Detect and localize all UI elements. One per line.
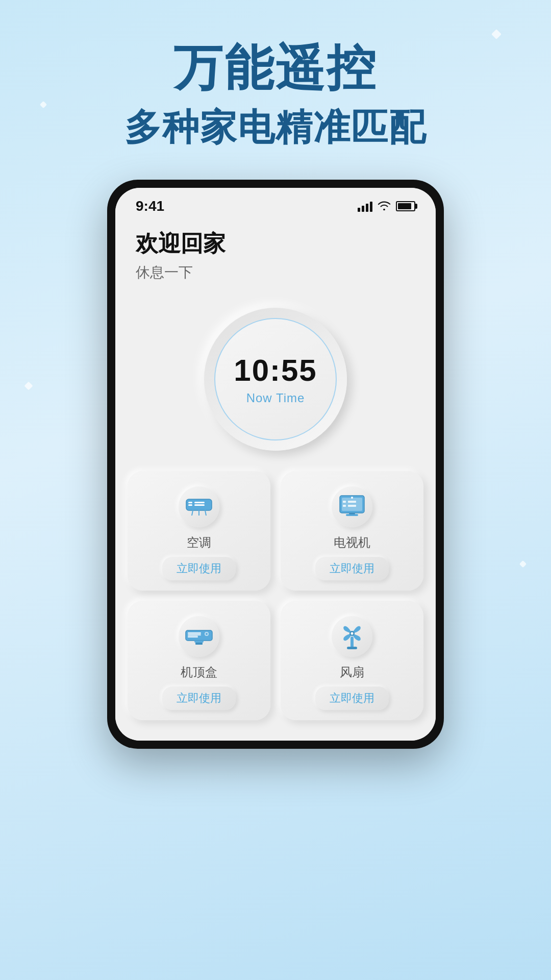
svg-rect-2 bbox=[188, 504, 192, 506]
svg-rect-4 bbox=[194, 504, 205, 506]
tv-icon bbox=[338, 495, 366, 519]
phone-frame: 9:41 bbox=[107, 180, 444, 749]
battery-icon bbox=[396, 201, 415, 211]
wifi-icon bbox=[378, 201, 391, 211]
svg-point-21 bbox=[206, 633, 208, 635]
stb-icon bbox=[184, 627, 214, 646]
clock-label: Now Time bbox=[246, 391, 305, 405]
tv-icon-wrap bbox=[332, 486, 372, 527]
svg-rect-30 bbox=[347, 647, 357, 649]
stb-icon-wrap bbox=[179, 616, 219, 657]
svg-rect-14 bbox=[348, 501, 356, 503]
svg-line-5 bbox=[192, 510, 193, 516]
svg-rect-29 bbox=[350, 636, 354, 648]
svg-rect-15 bbox=[343, 505, 346, 507]
status-icons bbox=[358, 201, 415, 212]
device-card-fan[interactable]: 风扇 立即使用 bbox=[281, 601, 423, 720]
header-title-line1: 万能遥控 bbox=[124, 41, 427, 95]
device-card-stb[interactable]: 机顶盒 立即使用 bbox=[128, 601, 270, 720]
header-title-line2: 多种家电精准匹配 bbox=[124, 105, 427, 149]
svg-point-10 bbox=[351, 497, 353, 499]
welcome-title: 欢迎回家 bbox=[136, 229, 415, 259]
sparkle-1 bbox=[491, 29, 502, 39]
svg-rect-13 bbox=[343, 501, 346, 503]
ac-icon bbox=[185, 498, 213, 516]
stb-name: 机顶盒 bbox=[181, 664, 217, 680]
clock-section: 10:55 Now Time bbox=[115, 298, 436, 466]
signal-icon bbox=[358, 201, 372, 212]
clock-outer: 10:55 Now Time bbox=[204, 308, 347, 451]
svg-rect-26 bbox=[188, 636, 198, 638]
tv-name: 电视机 bbox=[334, 534, 370, 551]
ac-name: 空调 bbox=[187, 534, 211, 551]
tv-use-button[interactable]: 立即使用 bbox=[315, 557, 389, 580]
status-bar: 9:41 bbox=[115, 188, 436, 218]
svg-rect-25 bbox=[188, 634, 201, 635]
svg-rect-16 bbox=[348, 505, 356, 507]
clock-time: 10:55 bbox=[234, 353, 317, 388]
app-content: 欢迎回家 休息一下 bbox=[115, 218, 436, 282]
ac-icon-wrap bbox=[179, 486, 219, 527]
svg-point-28 bbox=[351, 632, 354, 634]
svg-line-7 bbox=[205, 510, 206, 516]
svg-rect-1 bbox=[188, 502, 192, 503]
phone-screen: 9:41 bbox=[115, 188, 436, 741]
device-card-tv[interactable]: 电视机 立即使用 bbox=[281, 471, 423, 591]
header-section: 万能遥控 多种家电精准匹配 bbox=[124, 41, 427, 149]
sparkle-3 bbox=[24, 382, 33, 390]
background: 万能遥控 多种家电精准匹配 9:41 bbox=[0, 0, 551, 980]
svg-rect-22 bbox=[194, 641, 204, 643]
sparkle-4 bbox=[519, 560, 527, 568]
ac-use-button[interactable]: 立即使用 bbox=[162, 557, 236, 580]
fan-use-button[interactable]: 立即使用 bbox=[315, 687, 389, 710]
device-grid: 空调 立即使用 bbox=[115, 466, 436, 741]
sparkle-2 bbox=[40, 101, 47, 108]
fan-icon-wrap bbox=[332, 616, 372, 657]
svg-rect-3 bbox=[194, 502, 205, 503]
svg-rect-23 bbox=[195, 643, 203, 645]
device-card-ac[interactable]: 空调 立即使用 bbox=[128, 471, 270, 591]
welcome-subtitle: 休息一下 bbox=[136, 263, 415, 282]
svg-rect-24 bbox=[188, 632, 201, 633]
fan-icon bbox=[339, 622, 365, 651]
status-time: 9:41 bbox=[136, 198, 164, 214]
fan-name: 风扇 bbox=[340, 664, 364, 680]
clock-inner: 10:55 Now Time bbox=[214, 318, 337, 440]
svg-rect-9 bbox=[342, 498, 362, 511]
svg-rect-12 bbox=[349, 513, 355, 514]
stb-use-button[interactable]: 立即使用 bbox=[162, 687, 236, 710]
